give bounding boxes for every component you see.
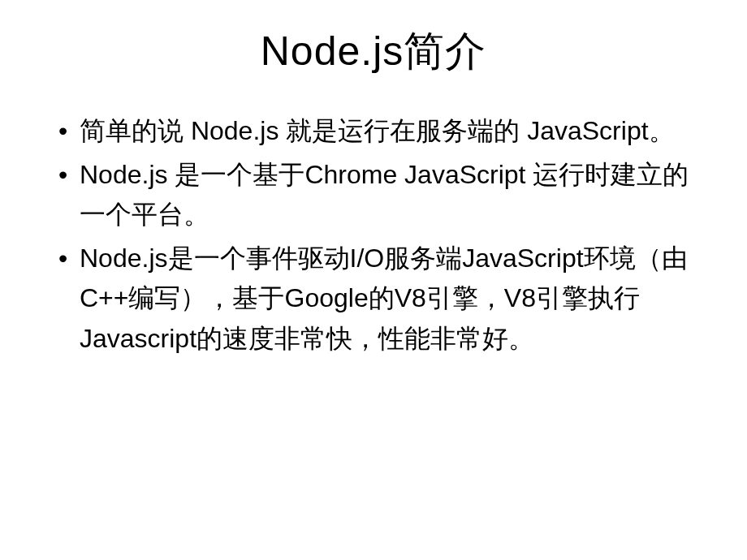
list-item: Node.js 是一个基于Chrome JavaScript 运行时建立的一个平… [57, 155, 690, 235]
bullet-list: 简单的说 Node.js 就是运行在服务端的 JavaScript。 Node.… [57, 111, 690, 360]
slide-title: Node.js简介 [57, 24, 690, 79]
slide-content: 简单的说 Node.js 就是运行在服务端的 JavaScript。 Node.… [57, 111, 690, 360]
slide-container: Node.js简介 简单的说 Node.js 就是运行在服务端的 JavaScr… [0, 0, 747, 560]
list-item: 简单的说 Node.js 就是运行在服务端的 JavaScript。 [57, 111, 690, 152]
list-item: Node.js是一个事件驱动I/O服务端JavaScript环境（由C++编写）… [57, 239, 690, 360]
